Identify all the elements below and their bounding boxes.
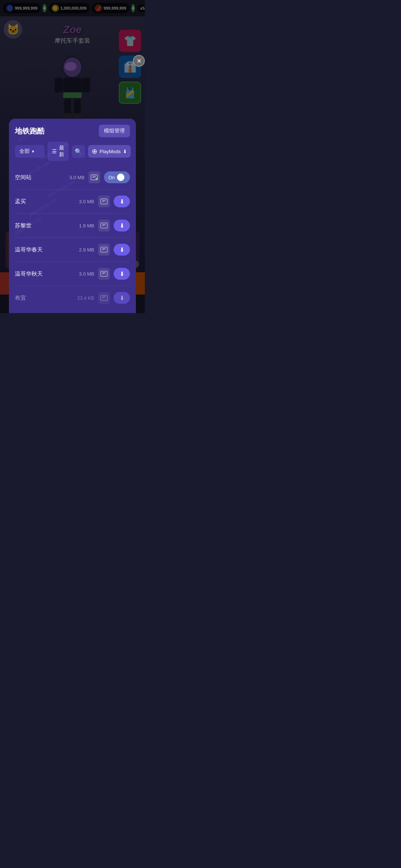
- info-svg: [91, 174, 98, 180]
- mod-size-space-station: 3.0 MB: [69, 175, 85, 180]
- mod-toggle-space-station[interactable]: On: [104, 171, 130, 183]
- mod-name-buyi: 布宜: [15, 295, 77, 302]
- search-button[interactable]: 🔍: [72, 145, 85, 158]
- mod-download-vancouver-spring[interactable]: ⬇: [114, 244, 130, 256]
- playmods-circle-icon: ⊕: [92, 147, 97, 155]
- mod-info-icon-vancouver-spring[interactable]: [98, 244, 110, 256]
- category-filter-dropdown[interactable]: 全部 ▼: [15, 145, 45, 158]
- filter-bar: 全部 ▼ ☰ 最新 🔍 ⊕ PlayMods ⬇: [9, 142, 136, 165]
- mod-size-vancouver-spring: 2.9 MB: [79, 247, 94, 253]
- help-center[interactable]: ? 帮助中心 ›: [9, 310, 136, 313]
- mod-item-vancouver-spring: 温哥华春天 2.9 MB ⬇: [15, 238, 130, 262]
- info-svg-2: [100, 198, 108, 204]
- modal-title: 地铁跑酷: [15, 126, 45, 136]
- playmods-filter-button[interactable]: ⊕ PlayMods ⬇: [88, 145, 131, 158]
- modal-dialog: playmods.net playmods.net playmods.net p…: [9, 119, 136, 313]
- playmods-label: PlayMods: [100, 149, 121, 154]
- playmods-download-icon: ⬇: [123, 149, 127, 154]
- mod-info-icon-vancouver-autumn[interactable]: [98, 268, 110, 280]
- toggle-on-label: On: [108, 175, 115, 180]
- svg-point-15: [95, 178, 98, 180]
- download-icon-buyi: ⬇: [120, 295, 124, 302]
- mod-download-buyi[interactable]: ⬇: [114, 292, 130, 304]
- mod-name-vancouver-spring: 温哥华春天: [15, 246, 79, 253]
- toggle-knob-space-station: [117, 174, 124, 181]
- mod-item-zurich: 苏黎世 1.8 MB ⬇: [15, 214, 130, 238]
- mod-item-mumbai: 孟买 3.0 MB ⬇: [15, 190, 130, 214]
- mod-size-vancouver-autumn: 3.0 MB: [79, 271, 94, 277]
- mod-item-vancouver-autumn: 温哥华秋天 3.0 MB ⬇: [15, 262, 130, 286]
- download-icon-vancouver-spring: ⬇: [120, 246, 124, 253]
- mod-info-icon-zurich[interactable]: [98, 220, 110, 231]
- latest-label: 最新: [59, 145, 64, 158]
- search-icon: 🔍: [75, 148, 82, 155]
- sort-latest-button[interactable]: ☰ 最新: [48, 142, 69, 161]
- mod-item-buyi: 布宜 23.4 KB ⬇: [15, 286, 130, 310]
- mod-size-mumbai: 3.0 MB: [79, 199, 94, 204]
- info-svg-6: [100, 295, 108, 301]
- info-svg-5: [100, 271, 108, 277]
- download-icon-zurich: ⬇: [120, 222, 124, 229]
- mod-name-mumbai: 孟买: [15, 198, 79, 205]
- mod-download-mumbai[interactable]: ⬇: [114, 195, 130, 207]
- sort-icon: ☰: [52, 148, 57, 154]
- mod-info-icon-buyi[interactable]: [98, 292, 110, 304]
- modal-overlay[interactable]: ✕ playmods.net playmods.net playmods.net…: [0, 0, 145, 313]
- download-icon-vancouver-autumn: ⬇: [120, 270, 124, 277]
- mod-list: 空间站 3.0 MB On: [9, 165, 136, 310]
- dropdown-arrow-icon: ▼: [31, 149, 35, 154]
- mod-name-vancouver-autumn: 温哥华秋天: [15, 270, 79, 277]
- mod-info-icon-space-station[interactable]: [88, 171, 100, 183]
- manage-mods-button[interactable]: 模组管理: [99, 125, 130, 137]
- mod-download-zurich[interactable]: ⬇: [114, 220, 130, 231]
- modal-header: 地铁跑酷 模组管理: [9, 119, 136, 142]
- mod-name-space-station: 空间站: [15, 174, 69, 181]
- mod-size-zurich: 1.8 MB: [79, 223, 94, 228]
- mod-item-space-station: 空间站 3.0 MB On: [15, 165, 130, 190]
- mod-name-zurich: 苏黎世: [15, 222, 79, 229]
- modal-close-button[interactable]: ✕: [133, 55, 145, 67]
- mod-download-vancouver-autumn[interactable]: ⬇: [114, 268, 130, 280]
- info-svg-3: [100, 223, 108, 228]
- mod-size-buyi: 23.4 KB: [77, 295, 94, 301]
- info-svg-4: [100, 247, 108, 253]
- filter-all-label: 全部: [19, 148, 30, 155]
- close-icon: ✕: [137, 57, 141, 65]
- download-icon-mumbai: ⬇: [120, 198, 124, 205]
- mod-info-icon-mumbai[interactable]: [98, 195, 110, 207]
